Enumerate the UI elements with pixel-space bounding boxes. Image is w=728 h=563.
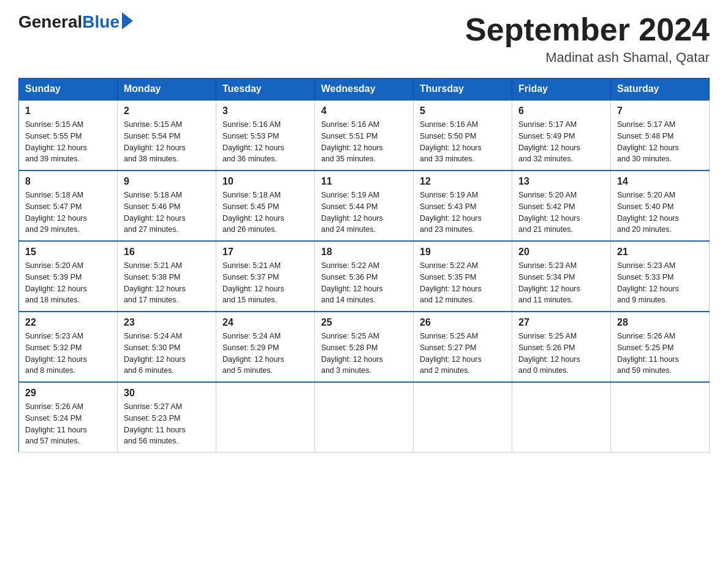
day-of-week-header: Tuesday [216,79,315,101]
calendar-week-row: 15 Sunrise: 5:20 AMSunset: 5:39 PMDaylig… [19,241,710,312]
day-info: Sunrise: 5:16 AMSunset: 5:51 PMDaylight:… [321,119,407,165]
calendar-week-row: 29 Sunrise: 5:26 AMSunset: 5:24 PMDaylig… [19,382,710,453]
day-number: 26 [420,317,506,328]
day-number: 19 [420,247,506,258]
day-number: 14 [617,176,703,187]
calendar-day-cell [315,382,414,453]
calendar-day-cell: 24 Sunrise: 5:24 AMSunset: 5:29 PMDaylig… [216,312,315,382]
calendar-day-cell: 1 Sunrise: 5:15 AMSunset: 5:55 PMDayligh… [19,100,118,170]
calendar-day-cell [414,382,512,453]
days-of-week-row: SundayMondayTuesdayWednesdayThursdayFrid… [19,79,710,101]
calendar-day-cell [216,382,315,453]
day-info: Sunrise: 5:21 AMSunset: 5:37 PMDaylight:… [222,260,308,306]
logo-arrow-icon [122,12,133,29]
day-number: 8 [25,176,111,187]
day-info: Sunrise: 5:21 AMSunset: 5:38 PMDaylight:… [124,260,210,306]
logo-blue-container: Blue [82,12,133,32]
day-info: Sunrise: 5:18 AMSunset: 5:46 PMDaylight:… [124,190,210,236]
calendar-day-cell: 19 Sunrise: 5:22 AMSunset: 5:35 PMDaylig… [414,241,512,312]
calendar-day-cell: 26 Sunrise: 5:25 AMSunset: 5:27 PMDaylig… [414,312,512,382]
day-number: 13 [518,176,604,187]
day-number: 27 [518,317,604,328]
day-number: 5 [420,105,506,117]
day-info: Sunrise: 5:26 AMSunset: 5:25 PMDaylight:… [617,331,703,377]
month-title: September 2024 [465,12,710,47]
day-info: Sunrise: 5:20 AMSunset: 5:39 PMDaylight:… [25,260,111,306]
calendar-day-cell [512,382,611,453]
page-header: General Blue September 2024 Madinat ash … [18,12,710,66]
calendar-day-cell: 2 Sunrise: 5:15 AMSunset: 5:54 PMDayligh… [118,100,216,170]
day-info: Sunrise: 5:15 AMSunset: 5:54 PMDaylight:… [124,119,210,165]
day-number: 6 [518,105,604,117]
calendar-week-row: 8 Sunrise: 5:18 AMSunset: 5:47 PMDayligh… [19,170,710,241]
calendar-day-cell: 10 Sunrise: 5:18 AMSunset: 5:45 PMDaylig… [216,170,315,241]
day-info: Sunrise: 5:18 AMSunset: 5:47 PMDaylight:… [25,190,111,236]
calendar-day-cell: 27 Sunrise: 5:25 AMSunset: 5:26 PMDaylig… [512,312,611,382]
day-info: Sunrise: 5:23 AMSunset: 5:33 PMDaylight:… [617,260,703,306]
day-number: 1 [25,105,111,117]
calendar-body: 1 Sunrise: 5:15 AMSunset: 5:55 PMDayligh… [19,100,710,453]
day-info: Sunrise: 5:19 AMSunset: 5:44 PMDaylight:… [321,190,407,236]
calendar-week-row: 1 Sunrise: 5:15 AMSunset: 5:55 PMDayligh… [19,100,710,170]
calendar-day-cell: 20 Sunrise: 5:23 AMSunset: 5:34 PMDaylig… [512,241,611,312]
day-info: Sunrise: 5:23 AMSunset: 5:32 PMDaylight:… [25,331,111,377]
logo-area: General Blue [18,12,133,32]
day-info: Sunrise: 5:17 AMSunset: 5:49 PMDaylight:… [518,119,604,165]
day-info: Sunrise: 5:19 AMSunset: 5:43 PMDaylight:… [420,190,506,236]
day-number: 24 [222,317,308,328]
calendar-day-cell: 3 Sunrise: 5:16 AMSunset: 5:53 PMDayligh… [216,100,315,170]
day-info: Sunrise: 5:27 AMSunset: 5:23 PMDaylight:… [124,401,210,447]
calendar-day-cell: 23 Sunrise: 5:24 AMSunset: 5:30 PMDaylig… [118,312,216,382]
day-number: 2 [124,105,210,117]
calendar-day-cell: 25 Sunrise: 5:25 AMSunset: 5:28 PMDaylig… [315,312,414,382]
calendar-day-cell: 5 Sunrise: 5:16 AMSunset: 5:50 PMDayligh… [414,100,512,170]
day-number: 4 [321,105,407,117]
day-number: 23 [124,317,210,328]
calendar-day-cell: 21 Sunrise: 5:23 AMSunset: 5:33 PMDaylig… [611,241,710,312]
day-number: 30 [124,388,210,399]
day-info: Sunrise: 5:15 AMSunset: 5:55 PMDaylight:… [25,119,111,165]
calendar-day-cell: 28 Sunrise: 5:26 AMSunset: 5:25 PMDaylig… [611,312,710,382]
day-info: Sunrise: 5:20 AMSunset: 5:42 PMDaylight:… [518,190,604,236]
day-of-week-header: Friday [512,79,611,101]
day-info: Sunrise: 5:16 AMSunset: 5:50 PMDaylight:… [420,119,506,165]
day-of-week-header: Monday [118,79,216,101]
calendar-day-cell: 29 Sunrise: 5:26 AMSunset: 5:24 PMDaylig… [19,382,118,453]
day-number: 29 [25,388,111,399]
calendar-day-cell: 18 Sunrise: 5:22 AMSunset: 5:36 PMDaylig… [315,241,414,312]
day-number: 10 [222,176,308,187]
day-number: 21 [617,247,703,258]
day-info: Sunrise: 5:24 AMSunset: 5:30 PMDaylight:… [124,331,210,377]
day-number: 7 [617,105,703,117]
calendar-day-cell: 15 Sunrise: 5:20 AMSunset: 5:39 PMDaylig… [19,241,118,312]
day-number: 25 [321,317,407,328]
logo: General Blue [18,12,133,32]
day-number: 11 [321,176,407,187]
calendar-day-cell: 13 Sunrise: 5:20 AMSunset: 5:42 PMDaylig… [512,170,611,241]
title-area: September 2024 Madinat ash Shamal, Qatar [465,12,710,66]
day-number: 15 [25,247,111,258]
day-info: Sunrise: 5:22 AMSunset: 5:35 PMDaylight:… [420,260,506,306]
calendar-day-cell: 30 Sunrise: 5:27 AMSunset: 5:23 PMDaylig… [118,382,216,453]
calendar-day-cell: 6 Sunrise: 5:17 AMSunset: 5:49 PMDayligh… [512,100,611,170]
day-of-week-header: Sunday [19,79,118,101]
calendar-day-cell: 9 Sunrise: 5:18 AMSunset: 5:46 PMDayligh… [118,170,216,241]
calendar-day-cell: 14 Sunrise: 5:20 AMSunset: 5:40 PMDaylig… [611,170,710,241]
day-number: 28 [617,317,703,328]
day-info: Sunrise: 5:16 AMSunset: 5:53 PMDaylight:… [222,119,308,165]
day-info: Sunrise: 5:26 AMSunset: 5:24 PMDaylight:… [25,401,111,447]
calendar-header: SundayMondayTuesdayWednesdayThursdayFrid… [19,79,710,101]
day-number: 22 [25,317,111,328]
location-title: Madinat ash Shamal, Qatar [465,50,710,66]
day-number: 18 [321,247,407,258]
day-number: 16 [124,247,210,258]
calendar-day-cell: 11 Sunrise: 5:19 AMSunset: 5:44 PMDaylig… [315,170,414,241]
calendar-day-cell: 22 Sunrise: 5:23 AMSunset: 5:32 PMDaylig… [19,312,118,382]
calendar-day-cell: 16 Sunrise: 5:21 AMSunset: 5:38 PMDaylig… [118,241,216,312]
calendar-day-cell: 4 Sunrise: 5:16 AMSunset: 5:51 PMDayligh… [315,100,414,170]
day-info: Sunrise: 5:17 AMSunset: 5:48 PMDaylight:… [617,119,703,165]
day-number: 9 [124,176,210,187]
calendar-day-cell: 17 Sunrise: 5:21 AMSunset: 5:37 PMDaylig… [216,241,315,312]
day-number: 20 [518,247,604,258]
calendar-day-cell: 8 Sunrise: 5:18 AMSunset: 5:47 PMDayligh… [19,170,118,241]
